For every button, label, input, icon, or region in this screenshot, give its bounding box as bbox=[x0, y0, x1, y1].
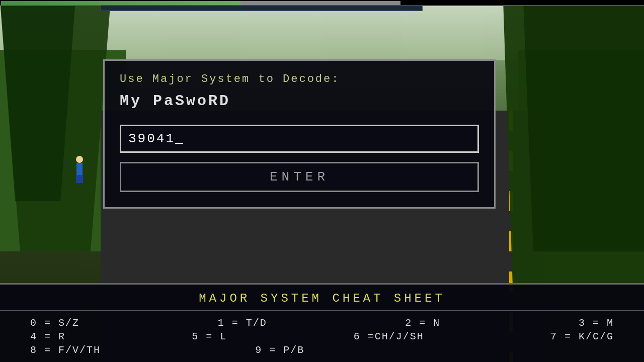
cheat-item-8: 8 = F/V/TH bbox=[30, 344, 101, 356]
dialog-instruction: Use Major System to Decode: bbox=[120, 73, 479, 85]
char-head bbox=[76, 156, 83, 163]
trees-left bbox=[0, 0, 111, 251]
cheat-item-4: 4 = R bbox=[30, 331, 65, 342]
cheat-item-1: 1 = T/D bbox=[218, 317, 267, 329]
char-body bbox=[76, 163, 83, 175]
char-legs bbox=[76, 175, 83, 183]
svg-marker-3 bbox=[523, 0, 644, 251]
cheat-row-3: 8 = F/V/TH 9 = P/B bbox=[30, 344, 614, 356]
trees-right bbox=[503, 0, 644, 302]
enter-button[interactable]: ENTER bbox=[120, 162, 479, 192]
top-banner bbox=[101, 5, 423, 11]
dialog-password: My PaSwoRD bbox=[120, 93, 479, 110]
cheat-item-0: 0 = S/Z bbox=[30, 317, 79, 329]
answer-input[interactable] bbox=[120, 125, 479, 153]
cheat-item-3: 3 = M bbox=[579, 317, 614, 329]
cheat-item-2: 2 = N bbox=[405, 317, 440, 329]
cheat-item-6: 6 =CH/J/SH bbox=[354, 331, 424, 342]
cheat-item-7: 7 = K/C/G bbox=[550, 331, 614, 342]
progress-bar bbox=[1, 1, 400, 5]
cheat-sheet-content: 0 = S/Z 1 = T/D 2 = N 3 = M 4 = R 5 = L … bbox=[0, 311, 644, 362]
cheat-item-5: 5 = L bbox=[192, 331, 227, 342]
cheat-sheet: MAJOR SYSTEM CHEAT SHEET 0 = S/Z 1 = T/D… bbox=[0, 283, 644, 362]
character bbox=[74, 156, 85, 186]
cheat-sheet-title: MAJOR SYSTEM CHEAT SHEET bbox=[0, 285, 644, 311]
cheat-item-9: 9 = P/B bbox=[255, 344, 304, 356]
dialog-box: Use Major System to Decode: My PaSwoRD E… bbox=[103, 59, 496, 209]
cheat-row-1: 0 = S/Z 1 = T/D 2 = N 3 = M bbox=[30, 317, 614, 329]
cheat-row-2: 4 = R 5 = L 6 =CH/J/SH 7 = K/C/G bbox=[30, 331, 614, 342]
